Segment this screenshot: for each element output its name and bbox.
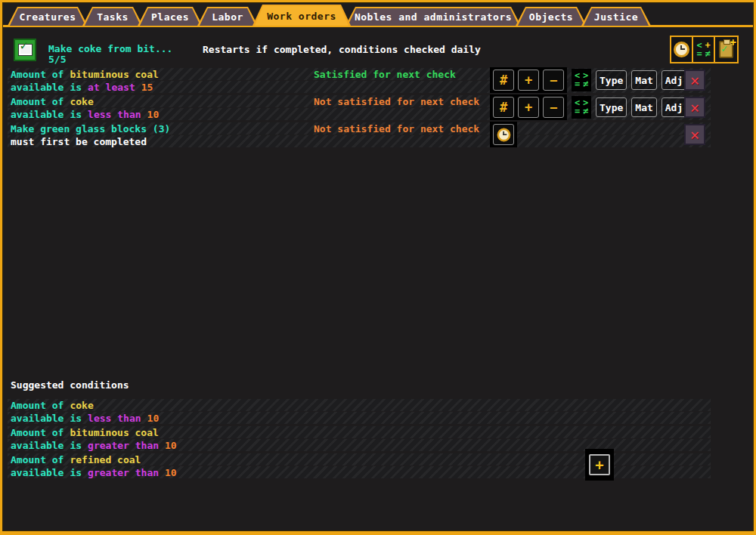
mat-button[interactable]: Mat	[631, 70, 656, 90]
close-icon: ✕	[690, 125, 699, 144]
type-button[interactable]: Type	[596, 97, 627, 117]
tab-label: Places	[151, 11, 189, 23]
clock-icon	[497, 128, 510, 141]
delete-condition-button[interactable]: ✕	[684, 70, 705, 91]
close-icon: ✕	[690, 71, 699, 89]
minus-icon: −	[550, 100, 557, 115]
comparison-icon: <> =≠	[573, 72, 590, 88]
plus-icon: +	[595, 456, 603, 473]
add-new-condition-button[interactable]: <+ =≠	[693, 37, 715, 62]
condition-controls: # + − <> =≠ Type Mat Adj	[490, 66, 686, 94]
condition-toolbar: <+ =≠ ✓ +	[670, 36, 739, 63]
suggested-condition-row[interactable]: Amount ofrefined coal availableisgreater…	[8, 452, 711, 479]
tab-label: Nobles and administrators	[355, 11, 512, 23]
condition-line1: Make green glass blocks (3)	[11, 123, 176, 135]
tab-label: Tasks	[97, 11, 129, 23]
comparison-plus-icon: <+ =≠	[696, 42, 712, 58]
check-icon: ✓	[20, 39, 28, 52]
close-icon: ✕	[690, 98, 699, 116]
condition-line2: must first be completed	[11, 136, 153, 147]
tab-objects[interactable]: Objects	[516, 7, 587, 26]
decrease-amount-button[interactable]: −	[543, 70, 564, 91]
set-amount-button[interactable]: #	[493, 70, 514, 91]
delete-condition-button[interactable]: ✕	[684, 124, 705, 145]
order-progress: 5/5	[48, 54, 66, 65]
suggested-line1: Amount ofrefined coal	[11, 454, 147, 465]
amount-button-group: # + −	[490, 67, 567, 93]
tab-places[interactable]: Places	[138, 7, 203, 26]
condition-controls: # + − <> =≠ Type Mat Adj	[490, 94, 686, 121]
tab-label: Work orders	[267, 11, 336, 22]
order-title: Make coke from bit...	[48, 43, 172, 54]
clipboard-plus-icon: ✓ +	[719, 41, 733, 58]
hash-icon: #	[500, 100, 507, 115]
suggested-condition-row[interactable]: Amount ofbituminous coal availableisgrea…	[8, 425, 711, 452]
suggested-condition-row[interactable]: Amount ofcoke availableisless than10	[8, 397, 711, 425]
condition-line1: Amount ofbituminous coal	[11, 69, 165, 80]
condition-status: Not satisfied for next check	[314, 96, 479, 107]
comparison-icon: <> =≠	[573, 99, 590, 116]
condition-status: Satisfied for next check	[314, 69, 456, 80]
set-amount-button[interactable]: #	[493, 97, 514, 118]
tab-label: Justice	[594, 11, 638, 23]
suggested-line2: availableisgreater than10	[11, 467, 183, 478]
condition-status: Not satisfied for next check	[314, 123, 479, 135]
suggested-line1: Amount ofbituminous coal	[11, 427, 165, 438]
condition-line2: availableisless than10	[11, 109, 165, 120]
work-orders-screen: Creatures Tasks Places Labor Work orders…	[0, 0, 756, 535]
tab-work-orders[interactable]: Work orders	[253, 5, 351, 26]
clock-icon	[674, 42, 689, 57]
order-delay-button[interactable]	[493, 124, 514, 145]
suggested-conditions-heading: Suggested conditions	[11, 379, 129, 391]
suggested-line2: availableisless than10	[11, 413, 165, 424]
order-restart-note: Restarts if completed, conditions checke…	[203, 44, 481, 55]
tab-justice[interactable]: Justice	[581, 7, 651, 26]
plus-icon: +	[525, 73, 532, 88]
adj-button[interactable]: Adj	[662, 97, 686, 117]
comparison-toggle-button[interactable]: <> =≠	[572, 96, 591, 119]
condition-controls	[490, 121, 517, 148]
plus-icon: +	[525, 100, 532, 115]
tab-label: Creatures	[20, 11, 76, 23]
increase-amount-button[interactable]: +	[518, 97, 539, 118]
checkbox-checked-icon: ✓	[19, 45, 32, 55]
order-enabled-checkbox[interactable]: ✓	[14, 39, 36, 61]
condition-row: Amount ofbituminous coal Satisfied for n…	[8, 66, 711, 94]
type-button[interactable]: Type	[596, 70, 627, 90]
tab-labor[interactable]: Labor	[197, 7, 258, 26]
suggested-line1: Amount ofcoke	[11, 400, 100, 411]
add-suggested-condition-button[interactable]: +	[589, 454, 610, 475]
decrease-amount-button[interactable]: −	[543, 97, 564, 118]
amount-button-group: # + −	[490, 94, 567, 120]
condition-row: Make green glass blocks (3) Not satisfie…	[8, 121, 711, 148]
increase-amount-button[interactable]: +	[518, 70, 539, 91]
comparison-toggle-button[interactable]: <> =≠	[572, 69, 591, 91]
condition-list: Amount ofbituminous coal Satisfied for n…	[8, 66, 711, 148]
tab-nobles-and-administrators[interactable]: Nobles and administrators	[345, 7, 521, 26]
add-condition-from-order-button[interactable]: ✓ +	[715, 37, 737, 62]
tab-label: Labor	[212, 11, 243, 23]
order-condition-group	[490, 122, 517, 147]
tab-creatures[interactable]: Creatures	[8, 7, 88, 26]
add-suggested-condition-overlay: +	[585, 449, 614, 481]
suggested-condition-list: Amount ofcoke availableisless than10 Amo…	[8, 397, 711, 479]
mat-button[interactable]: Mat	[631, 97, 656, 117]
condition-row: Amount ofcoke Not satisfied for next che…	[8, 94, 711, 121]
minus-icon: −	[550, 73, 557, 88]
add-delay-condition-button[interactable]	[671, 37, 693, 62]
condition-line1: Amount ofcoke	[11, 96, 100, 107]
condition-line2: availableisat least15	[11, 82, 159, 93]
adj-button[interactable]: Adj	[662, 70, 686, 90]
top-tab-bar: Creatures Tasks Places Labor Work orders…	[8, 5, 646, 26]
delete-condition-button[interactable]: ✕	[684, 97, 705, 118]
tab-label: Objects	[529, 11, 573, 23]
tab-tasks[interactable]: Tasks	[82, 7, 143, 26]
hash-icon: #	[500, 73, 507, 88]
suggested-line2: availableisgreater than10	[11, 440, 183, 451]
